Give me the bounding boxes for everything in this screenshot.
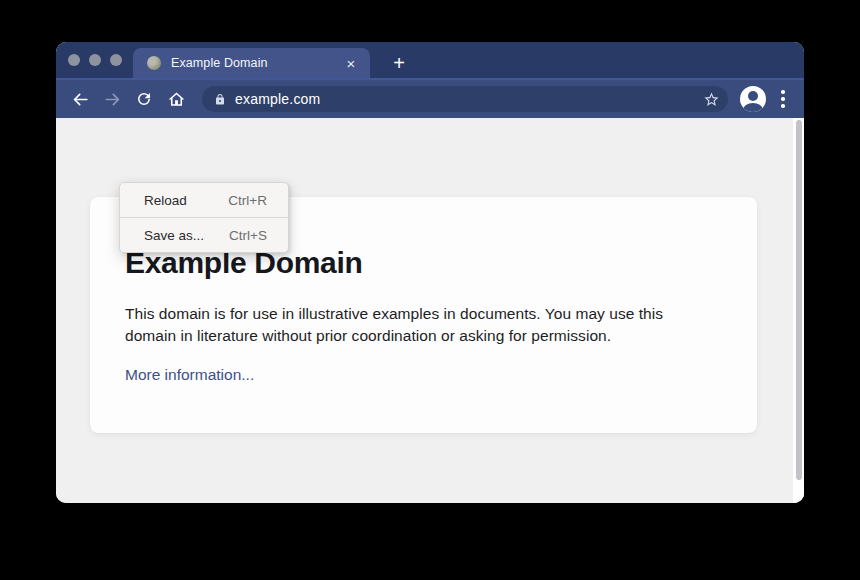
reload-icon [135, 90, 153, 108]
new-tab-button[interactable]: + [384, 48, 414, 78]
tab-title: Example Domain [171, 56, 342, 70]
context-menu: Reload Ctrl+R Save as... Ctrl+S [119, 182, 289, 253]
tab-close-icon[interactable]: × [342, 54, 360, 72]
back-icon [71, 90, 90, 109]
browser-window: Example Domain × + [56, 42, 804, 503]
address-bar[interactable]: example.com [202, 86, 728, 112]
page-paragraph: This domain is for use in illustrative e… [125, 303, 713, 347]
page-viewport: Example Domain This domain is for use in… [56, 118, 804, 503]
more-information-link[interactable]: More information... [125, 366, 254, 384]
menu-item-shortcut: Ctrl+S [229, 228, 267, 243]
menu-item-save-as[interactable]: Save as... Ctrl+S [120, 218, 288, 252]
menu-item-label: Save as... [144, 228, 204, 243]
window-minimize-button[interactable] [89, 54, 101, 66]
window-zoom-button[interactable] [110, 54, 122, 66]
profile-avatar-icon [740, 86, 766, 112]
titlebar: Example Domain × + [56, 42, 804, 78]
traffic-lights [68, 54, 122, 66]
url-text[interactable]: example.com [235, 91, 703, 107]
home-icon [167, 90, 186, 109]
menu-item-shortcut: Ctrl+R [228, 193, 267, 208]
bookmark-star-icon[interactable] [703, 91, 720, 108]
toolbar: example.com [56, 78, 804, 118]
browser-tab[interactable]: Example Domain × [133, 48, 370, 78]
reload-button[interactable] [128, 83, 160, 115]
favicon-globe-icon [147, 56, 161, 70]
browser-menu-button[interactable] [770, 82, 796, 116]
forward-button[interactable] [96, 83, 128, 115]
menu-item-reload[interactable]: Reload Ctrl+R [120, 183, 288, 217]
window-close-button[interactable] [68, 54, 80, 66]
scrollbar-track[interactable] [793, 118, 804, 503]
scrollbar-thumb[interactable] [796, 120, 802, 480]
back-button[interactable] [64, 83, 96, 115]
home-button[interactable] [160, 83, 192, 115]
profile-button[interactable] [736, 82, 770, 116]
forward-icon [103, 90, 122, 109]
menu-item-label: Reload [144, 193, 187, 208]
lock-icon[interactable] [214, 93, 226, 106]
